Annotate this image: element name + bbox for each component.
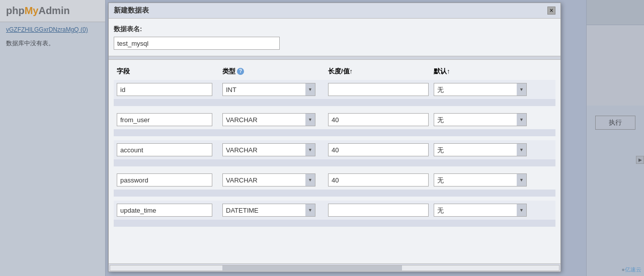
default-select-1[interactable]: 无NULLCURRENT_TIMESTAMP自定义 [434, 113, 527, 126]
modal-overlay: 新建数据表 × 数据表名: 字段 类型 ? 长度/值↑ [0, 0, 644, 276]
type-select-4[interactable]: INTVARCHARTEXTDATEDATETIMEFLOATDOUBLEDEC… [222, 204, 315, 217]
type-select-3[interactable]: INTVARCHARTEXTDATEDATETIMEFLOATDOUBLEDEC… [222, 173, 315, 187]
default-select-3[interactable]: 无NULLCURRENT_TIMESTAMP自定义 [434, 173, 527, 187]
field-row-group-0: INTVARCHARTEXTDATEDATETIMEFLOATDOUBLEDEC… [114, 80, 555, 106]
watermark: ●亿速云 [621, 266, 641, 273]
field-row-0: INTVARCHARTEXTDATEDATETIMEFLOATDOUBLEDEC… [114, 80, 555, 99]
horizontal-scrollbar[interactable] [110, 265, 559, 271]
default-select-4[interactable]: 无NULLCURRENT_TIMESTAMP自定义 [434, 204, 527, 217]
col-header-type: 类型 ? [219, 66, 325, 77]
field-name-input-3[interactable] [117, 173, 212, 187]
field-name-input-4[interactable] [117, 204, 212, 217]
length-input-4[interactable] [328, 204, 429, 217]
default-select-2[interactable]: 无NULLCURRENT_TIMESTAMP自定义 [434, 143, 527, 156]
modal-title: 新建数据表 [114, 6, 149, 15]
modal-body: 数据表名: 字段 类型 ? 长度/值↑ 默认↑ INTVARCHARTEXTDA… [109, 19, 560, 271]
field-row-extra-0 [114, 99, 555, 106]
field-row-extra-1 [114, 129, 555, 136]
field-row-group-3: INTVARCHARTEXTDATEDATETIMEFLOATDOUBLEDEC… [114, 170, 555, 197]
fields-container: INTVARCHARTEXTDATEDATETIMEFLOATDOUBLEDEC… [114, 80, 555, 227]
field-name-input-2[interactable] [117, 143, 212, 156]
field-row-extra-2 [114, 159, 555, 166]
field-row-3: INTVARCHARTEXTDATEDATETIMEFLOATDOUBLEDEC… [114, 170, 555, 190]
modal-header: 新建数据表 × [109, 3, 560, 19]
default-select-0[interactable]: 无NULLCURRENT_TIMESTAMP自定义 [434, 83, 527, 96]
type-select-0[interactable]: INTVARCHARTEXTDATEDATETIMEFLOATDOUBLEDEC… [222, 83, 315, 96]
type-info-icon[interactable]: ? [237, 68, 244, 75]
table-name-label: 数据表名: [114, 25, 555, 34]
length-input-3[interactable] [328, 173, 429, 187]
field-row-1: INTVARCHARTEXTDATEDATETIMEFLOATDOUBLEDEC… [114, 110, 555, 129]
length-input-0[interactable] [328, 83, 429, 96]
field-name-input-1[interactable] [117, 113, 212, 126]
field-row-extra-4 [114, 220, 555, 227]
type-select-2[interactable]: INTVARCHARTEXTDATEDATETIMEFLOATDOUBLEDEC… [222, 143, 315, 156]
field-row-group-1: INTVARCHARTEXTDATEDATETIMEFLOATDOUBLEDEC… [114, 110, 555, 136]
scrollbar-thumb[interactable] [222, 265, 402, 270]
col-header-default: 默认↑ [431, 66, 526, 77]
field-row-4: INTVARCHARTEXTDATEDATETIMEFLOATDOUBLEDEC… [114, 201, 555, 220]
field-row-extra-3 [114, 190, 555, 197]
length-input-1[interactable] [328, 113, 429, 126]
field-row-2: INTVARCHARTEXTDATEDATETIMEFLOATDOUBLEDEC… [114, 140, 555, 159]
modal-close-button[interactable]: × [547, 7, 555, 15]
field-row-group-4: INTVARCHARTEXTDATEDATETIMEFLOATDOUBLEDEC… [114, 201, 555, 227]
length-input-2[interactable] [328, 143, 429, 156]
type-select-1[interactable]: INTVARCHARTEXTDATEDATETIMEFLOATDOUBLEDEC… [222, 113, 315, 126]
modal-scroll-area[interactable]: 数据表名: 字段 类型 ? 长度/值↑ 默认↑ INTVARCHARTEXTDA… [109, 19, 560, 263]
table-name-input[interactable] [114, 37, 280, 50]
col-header-length: 长度/值↑ [325, 66, 431, 77]
section-divider [109, 56, 560, 60]
modal-bottom-scrollbar[interactable] [109, 263, 560, 271]
col-header-field: 字段 [114, 66, 219, 77]
field-name-input-0[interactable] [117, 83, 212, 96]
create-table-modal: 新建数据表 × 数据表名: 字段 类型 ? 长度/值↑ [108, 3, 561, 272]
field-row-group-2: INTVARCHARTEXTDATEDATETIMEFLOATDOUBLEDEC… [114, 140, 555, 166]
